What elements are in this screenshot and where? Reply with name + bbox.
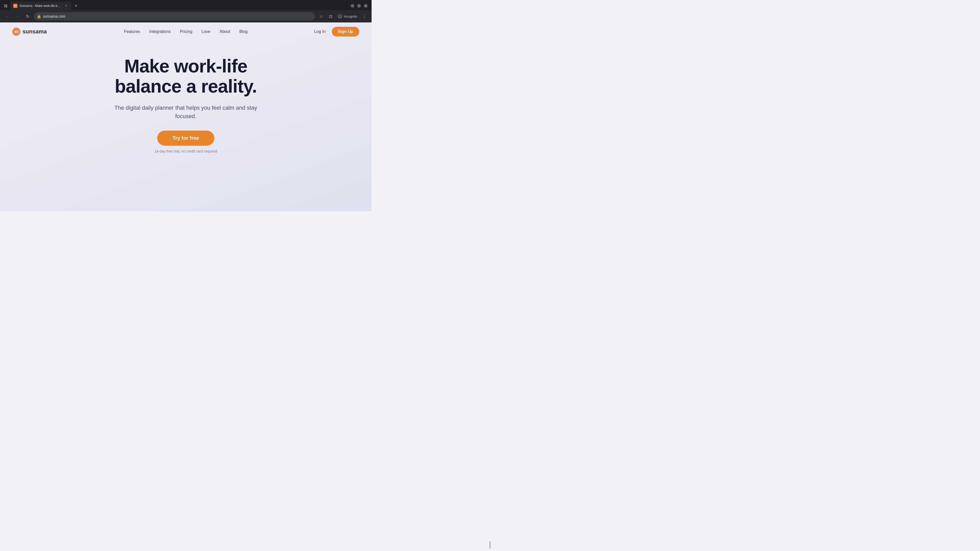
title-bar: Sunsama - Make work-life bala... × + ─ □… (0, 0, 372, 10)
browser-toolbar: ← → ↻ 🔒 ☆ ⊡ (0, 10, 372, 22)
url-input[interactable] (43, 14, 312, 18)
site-logo[interactable]: sunsama (12, 27, 47, 36)
nav-links: Features Integrations Pricing Love About… (124, 29, 248, 34)
new-tab-button[interactable]: + (73, 2, 80, 10)
hero-subtitle: The digital daily planner that helps you… (115, 103, 257, 121)
signup-button[interactable]: Sign Up (332, 27, 360, 37)
nav-pricing[interactable]: Pricing (180, 29, 192, 34)
svg-point-4 (12, 27, 21, 36)
tab-favicon (13, 4, 18, 8)
maximize-button[interactable]: □ (357, 4, 361, 8)
svg-point-2 (339, 16, 340, 16)
nav-love[interactable]: Love (202, 29, 210, 34)
active-tab[interactable]: Sunsama - Make work-life bala... × (10, 2, 72, 10)
login-link[interactable]: Log In (314, 29, 325, 34)
nav-features[interactable]: Features (124, 29, 140, 34)
menu-button[interactable]: ⋮ (360, 12, 369, 21)
refresh-button[interactable]: ↻ (24, 12, 32, 21)
tab-bar: Sunsama - Make work-life bala... × + (2, 2, 80, 10)
site-nav: sunsama Features Integrations Pricing Lo… (0, 22, 372, 41)
extensions-button[interactable]: ⊡ (326, 12, 334, 21)
minimize-button[interactable]: ─ (351, 4, 354, 8)
try-free-button[interactable]: Try for free (157, 130, 215, 146)
nav-integrations[interactable]: Integrations (149, 29, 171, 34)
logo-text: sunsama (22, 28, 47, 35)
website-content: sunsama Features Integrations Pricing Lo… (0, 22, 372, 211)
trial-note: 14-day free trial, no credit card requir… (154, 149, 217, 153)
tab-switcher-button[interactable] (2, 2, 9, 10)
lock-icon: 🔒 (37, 14, 41, 18)
svg-point-0 (6, 6, 7, 7)
hero-title: Make work-life balance a reality. (97, 56, 275, 97)
svg-point-1 (13, 4, 18, 8)
nav-about[interactable]: About (220, 29, 230, 34)
svg-point-3 (340, 16, 341, 16)
nav-actions: Log In Sign Up (314, 27, 360, 37)
logo-icon (12, 27, 21, 36)
browser-chrome: Sunsama - Make work-life bala... × + ─ □… (0, 0, 372, 22)
address-bar[interactable]: 🔒 (34, 12, 315, 21)
back-button[interactable]: ← (3, 12, 11, 21)
close-window-button[interactable]: × (364, 4, 368, 8)
bookmark-button[interactable]: ☆ (317, 12, 325, 21)
tab-title: Sunsama - Make work-life bala... (19, 4, 62, 8)
forward-button[interactable]: → (13, 12, 21, 21)
hero-section: Make work-life balance a reality. The di… (0, 41, 372, 164)
toolbar-right-actions: ☆ ⊡ Incognito ⋮ (317, 12, 369, 21)
nav-blog[interactable]: Blog (239, 29, 248, 34)
tab-close-button[interactable]: × (64, 3, 68, 8)
incognito-label: Incognito (344, 14, 357, 18)
incognito-indicator[interactable]: Incognito (336, 13, 360, 20)
